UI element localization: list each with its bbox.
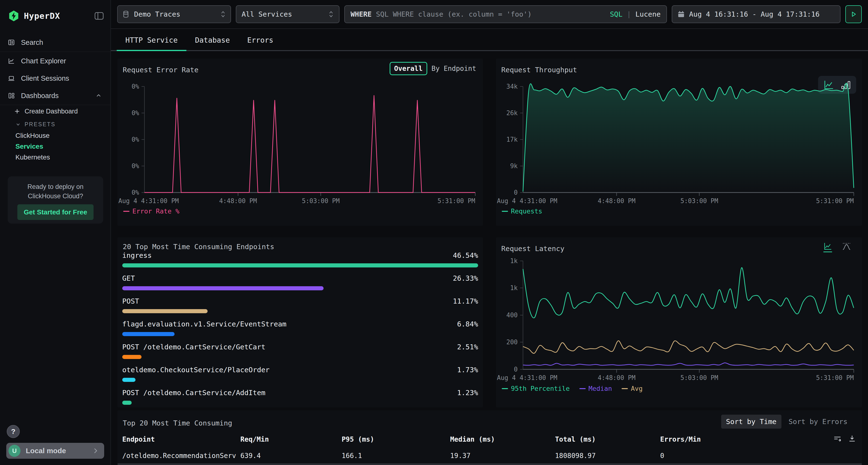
search-icon	[8, 39, 15, 46]
service-select[interactable]: All Services	[236, 5, 340, 23]
calendar-icon	[678, 10, 685, 18]
time-range-picker[interactable]: Aug 4 16:31:16 - Aug 4 17:31:16	[672, 5, 840, 23]
svg-text:Aug 4 4:31:00 PM: Aug 4 4:31:00 PM	[118, 197, 179, 204]
table-header-icons	[833, 434, 856, 442]
latency-chart-type-icons	[824, 242, 851, 252]
legend-item-median[interactable]: Median	[579, 385, 612, 392]
sidebar-item-client-sessions[interactable]: Client Sessions	[0, 70, 111, 87]
presets-toggle[interactable]: PRESETS	[0, 119, 111, 130]
column-header-req-min[interactable]: ⋮Req/Min	[240, 435, 342, 443]
legend-label: 95th Percentile	[511, 385, 570, 392]
clickhouse-cloud-promo: Ready to deploy on ClickHouse Cloud? Get…	[8, 176, 103, 224]
endpoint-label: POST /oteldemo.CartService/AddItem	[122, 389, 266, 397]
latency-legend: 95th PercentileMedianAvg	[502, 385, 643, 392]
endpoint-bar	[122, 263, 478, 267]
svg-text:26k: 26k	[506, 109, 518, 117]
endpoint-percent: 26.33%	[453, 274, 478, 283]
endpoint-row[interactable]: POST11.17%	[122, 297, 478, 313]
table-row[interactable]: /oteldemo.RecommendationServ639.4166.119…	[122, 452, 664, 460]
column-header-label: Endpoint	[122, 435, 155, 443]
endpoint-label: oteldemo.CheckoutService/PlaceOrder	[122, 366, 270, 374]
by-endpoint-button[interactable]: By Endpoint	[432, 65, 476, 72]
chevron-up-icon	[95, 93, 102, 99]
sidebar-item-label: Client Sessions	[21, 74, 69, 82]
legend-label: Error Rate %	[132, 207, 179, 215]
error-rate-mode-toggle: Overall By Endpoint	[390, 62, 476, 75]
line-chart-icon[interactable]	[824, 242, 832, 252]
sort-by-time-button[interactable]: Sort by Time	[721, 414, 781, 429]
throughput-legend: Requests	[502, 207, 542, 215]
endpoint-row[interactable]: POST /oteldemo.CartService/AddItem1.23%	[122, 389, 478, 405]
sort-by-errors-button[interactable]: Sort by Errors	[784, 414, 852, 429]
endpoint-percent: 1.23%	[457, 389, 478, 397]
sidebar-item-label: Search	[21, 38, 43, 46]
tab-errors[interactable]: Errors	[239, 29, 282, 51]
preset-item-clickhouse[interactable]: ClickHouse	[0, 130, 111, 141]
column-settings-icon[interactable]	[833, 434, 842, 442]
endpoint-row[interactable]: flagd.evaluation.v1.Service/EventStream6…	[122, 320, 478, 336]
user-menu[interactable]: U Local mode	[6, 443, 104, 459]
endpoint-row[interactable]: GET26.33%	[122, 274, 478, 290]
data-source-select[interactable]: Demo Traces	[117, 5, 231, 23]
sql-mode-toggle[interactable]: SQL	[610, 10, 622, 18]
column-header-p95-ms-[interactable]: ⋮P95 (ms)	[342, 435, 450, 443]
table-title: Top 20 Most Time Consuming	[123, 419, 232, 427]
sidebar-item-dashboards[interactable]: Dashboards	[0, 87, 111, 104]
legend-item-95th-percentile[interactable]: 95th Percentile	[502, 385, 570, 392]
histogram-icon[interactable]	[842, 242, 851, 250]
endpoint-bar-list: ingress46.54%GET26.33%POST11.17%flagd.ev…	[122, 251, 478, 406]
endpoint-percent: 2.51%	[457, 343, 478, 351]
hyperdx-logo-icon	[8, 10, 20, 22]
endpoint-bar	[122, 401, 132, 405]
svg-text:5:31:00 PM: 5:31:00 PM	[437, 197, 475, 204]
legend-swatch	[502, 388, 508, 389]
legend-label: Median	[589, 385, 612, 392]
sidebar-collapse-icon[interactable]	[94, 12, 104, 20]
select-chevrons-icon	[329, 10, 334, 18]
table-cell: /oteldemo.RecommendationServ	[122, 452, 240, 460]
user-label: Local mode	[26, 447, 66, 455]
help-button[interactable]: ?	[7, 425, 20, 438]
tab-database[interactable]: Database	[186, 29, 239, 51]
svg-text:5:03:00 PM: 5:03:00 PM	[302, 197, 340, 204]
create-dashboard-button[interactable]: Create Dashboard	[0, 104, 111, 119]
legend-item-requests[interactable]: Requests	[502, 207, 542, 215]
throughput-chart: 34k26k17k9k0Aug 4 4:31:00 PM4:48:00 PM5:…	[496, 82, 857, 212]
get-started-button[interactable]: Get Started for Free	[18, 204, 94, 220]
preset-item-kubernetes[interactable]: Kubernetes	[0, 152, 111, 163]
search-input[interactable]	[376, 10, 606, 18]
sidebar-item-search[interactable]: Search	[0, 34, 111, 51]
table-cell: 639.4	[240, 452, 342, 460]
search-box[interactable]: WHERE SQL | Lucene	[344, 5, 667, 23]
svg-text:Aug 4 4:31:00 PM: Aug 4 4:31:00 PM	[497, 374, 557, 381]
tab-http-service[interactable]: HTTP Service	[117, 29, 186, 51]
endpoint-row[interactable]: oteldemo.CheckoutService/PlaceOrder1.73%	[122, 366, 478, 382]
sidebar-item-chart-explorer[interactable]: Chart Explorer	[0, 52, 111, 70]
column-header-median-ms-[interactable]: ⋮Median (ms)	[450, 435, 555, 443]
endpoint-label: GET	[122, 274, 135, 283]
lucene-mode-toggle[interactable]: Lucene	[635, 10, 661, 18]
legend-label: Requests	[511, 207, 542, 215]
endpoint-percent: 46.54%	[453, 251, 478, 260]
endpoint-row[interactable]: ingress46.54%	[122, 251, 478, 267]
overall-button[interactable]: Overall	[390, 62, 427, 75]
svg-text:0%: 0%	[132, 83, 140, 90]
top-time-consuming-table-panel: Top 20 Most Time Consuming Sort by TimeS…	[117, 410, 862, 465]
endpoint-bar	[122, 286, 323, 290]
column-header-endpoint[interactable]: Endpoint	[122, 435, 240, 443]
chevron-down-icon	[16, 122, 21, 127]
legend-item-avg[interactable]: Avg	[622, 385, 643, 392]
endpoint-row[interactable]: POST /oteldemo.CartService/GetCart2.51%	[122, 343, 478, 359]
download-icon[interactable]	[848, 434, 856, 442]
sidebar: HyperDX SearchChart ExplorerClient Sessi…	[0, 0, 111, 465]
section-tabs: HTTP ServiceDatabaseErrors	[111, 29, 868, 51]
column-header-total-ms-[interactable]: ⋮Total (ms)	[555, 435, 660, 443]
legend-item-error-rate-[interactable]: Error Rate %	[123, 207, 179, 215]
select-chevrons-icon	[220, 10, 226, 18]
panel-title: 20 Top Most Time Consuming Endpoints	[123, 243, 274, 251]
svg-text:4:48:00 PM: 4:48:00 PM	[598, 197, 636, 204]
preset-item-services[interactable]: Services	[0, 141, 111, 152]
horizontal-scrollbar[interactable]	[117, 463, 862, 465]
column-header-errors-min[interactable]: ⋮Errors/Min	[660, 435, 701, 443]
run-search-button[interactable]	[845, 5, 862, 23]
